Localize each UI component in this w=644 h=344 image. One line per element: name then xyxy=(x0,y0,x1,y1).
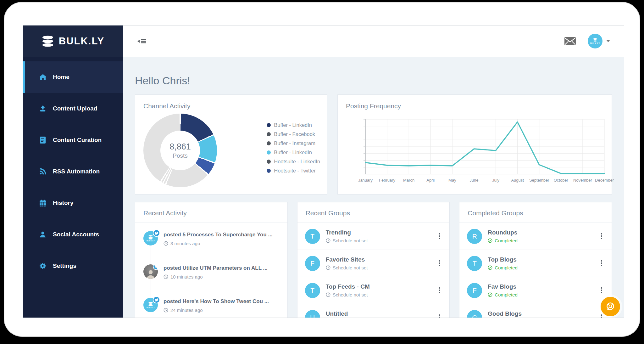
mail-icon[interactable] xyxy=(564,37,576,45)
legend-item[interactable]: Buffer - Instagram xyxy=(267,139,320,148)
group-info: Favorite Sites Schedule not set xyxy=(326,256,368,270)
sidebar-item-label: Content Curation xyxy=(53,137,102,144)
sidebar-item-label: History xyxy=(53,200,73,206)
legend-item[interactable]: Buffer - LinkedIn xyxy=(267,121,320,130)
group-info: Top Feeds - CM Schedule not set xyxy=(326,283,370,297)
clock-icon xyxy=(326,292,330,297)
activity-item: posted Utilize UTM Parameters on ALL ...… xyxy=(143,264,287,279)
card-title: Channel Activity xyxy=(135,95,327,110)
sidebar-item-home[interactable]: Home xyxy=(23,61,123,93)
group-row[interactable]: T Trending Schedule not set xyxy=(297,223,450,250)
sidebar-item-social-accounts[interactable]: Social Accounts xyxy=(23,219,123,250)
channel-activity-body: 8,861 Posts Buffer - LinkedIn Buffer - F… xyxy=(135,110,327,187)
page-title: Hello Chris! xyxy=(135,75,612,87)
group-initial-avatar: T xyxy=(305,283,320,298)
avatar: BULK.LY xyxy=(143,298,158,312)
posting-frequency-card: Posting Frequency JanuaryFebruaryMarchAp… xyxy=(337,94,612,195)
avatar-label: BULK.LY xyxy=(590,42,600,44)
group-status: Completed xyxy=(488,292,518,297)
clock-icon xyxy=(326,238,330,243)
calendar-icon xyxy=(39,199,47,207)
avatar-label: BULK.LY xyxy=(147,240,155,242)
group-status-text: Completed xyxy=(495,238,518,243)
group-row[interactable]: R Roundups Completed xyxy=(459,223,612,250)
help-button[interactable] xyxy=(601,297,620,316)
group-info: Top Blogs Completed xyxy=(488,256,518,270)
group-name: Untitled xyxy=(326,310,348,317)
month-label: September xyxy=(529,178,549,183)
group-info: Fav Blogs Completed xyxy=(488,283,518,297)
group-name: Trending xyxy=(326,229,351,236)
donut-total-value: 8,861 xyxy=(169,142,191,152)
top-cards-row: Channel Activity 8,861 Posts Buffer - Li… xyxy=(135,94,612,195)
user-menu[interactable]: BULK.LY xyxy=(588,34,610,48)
sidebar-collapse-icon[interactable] xyxy=(137,38,147,45)
activity-link[interactable]: posted 5 Processes To Supercharge You ..… xyxy=(164,232,273,238)
legend-label: Buffer - LinkedIn xyxy=(274,122,312,128)
activity-link[interactable]: posted Utilize UTM Parameters on ALL ... xyxy=(164,265,268,271)
sidebar-item-content-upload[interactable]: Content Upload xyxy=(23,93,123,124)
sidebar-item-rss-automation[interactable]: RSS Automation xyxy=(23,156,123,187)
activity-link[interactable]: posted Here's How To Show Tweet Cou ... xyxy=(164,298,269,305)
month-label: December xyxy=(595,178,614,183)
upload-icon xyxy=(39,105,47,112)
donut-chart: 8,861 Posts xyxy=(143,114,217,187)
month-label: October xyxy=(554,178,569,183)
legend-item[interactable]: Hootsuite - Twitter xyxy=(267,166,320,175)
posting-frequency-chart: JanuaryFebruaryMarchAprilMayJuneJulyAugu… xyxy=(361,117,613,185)
sidebar-nav: Home Content Upload Content Curation RSS… xyxy=(23,57,123,282)
group-list: T Trending Schedule not set F Favorite S… xyxy=(297,223,450,318)
activity-item: BULK.LY posted 5 Processes To Supercharg… xyxy=(143,231,287,246)
more-options-icon[interactable] xyxy=(437,285,442,296)
more-options-icon[interactable] xyxy=(437,313,442,318)
group-name: Good Blogs xyxy=(488,310,522,317)
more-options-icon[interactable] xyxy=(437,258,442,268)
legend-item[interactable]: Hootsuite - LinkedIn xyxy=(267,157,320,166)
logo: BULK.LY xyxy=(23,25,123,57)
group-status-text: Schedule not set xyxy=(333,238,368,243)
legend-label: Buffer - Instagram xyxy=(274,140,315,146)
main-column: BULK.LY Hello Chris! Channel Activity 8, xyxy=(123,25,624,318)
legend-item[interactable]: Buffer - LinkedIn xyxy=(267,148,320,157)
card-title: Completed Groups xyxy=(459,202,612,223)
group-initial-avatar: R xyxy=(467,229,482,244)
more-options-icon[interactable] xyxy=(437,231,442,241)
card-title: Posting Frequency xyxy=(338,95,612,110)
more-options-icon[interactable] xyxy=(599,231,604,241)
group-status: Schedule not set xyxy=(326,292,370,297)
group-row[interactable]: G Good Blogs Completed xyxy=(459,304,612,318)
group-row[interactable]: F Favorite Sites Schedule not set xyxy=(297,250,450,277)
month-label: January xyxy=(358,178,373,183)
sidebar-item-settings[interactable]: Settings xyxy=(23,250,123,282)
legend-item[interactable]: Buffer - Facebook xyxy=(267,130,320,139)
topbar-actions: BULK.LY xyxy=(564,34,610,48)
group-row[interactable]: U Untitled Schedule not set xyxy=(297,304,450,318)
legend-dot xyxy=(267,132,271,136)
sidebar-item-history[interactable]: History xyxy=(23,187,123,219)
database-logo-icon xyxy=(42,36,54,47)
group-status-text: Schedule not set xyxy=(333,292,368,297)
check-circle-icon xyxy=(488,265,492,270)
activity-item: BULK.LY posted Here's How To Show Tweet … xyxy=(143,298,287,313)
group-name: Roundups xyxy=(488,229,517,236)
group-row[interactable]: T Top Blogs Completed xyxy=(459,250,612,277)
donut-center: 8,861 Posts xyxy=(160,131,200,170)
recent-groups-card: Recent Groups T Trending Schedule not se… xyxy=(297,202,450,318)
activity-body: posted Utilize UTM Parameters on ALL ...… xyxy=(164,264,268,279)
check-circle-icon xyxy=(488,292,492,297)
legend-label: Hootsuite - LinkedIn xyxy=(274,159,320,165)
legend-dot xyxy=(267,141,271,145)
legend-label: Buffer - LinkedIn xyxy=(274,149,312,155)
activity-time-text: 10 minutes ago xyxy=(170,274,203,279)
completed-groups-card: Completed Groups R Roundups Completed T xyxy=(459,202,612,318)
legend-dot xyxy=(267,150,271,155)
group-row[interactable]: F Fav Blogs Completed xyxy=(459,277,612,304)
group-row[interactable]: T Top Feeds - CM Schedule not set xyxy=(297,277,450,304)
card-title: Recent Activity xyxy=(135,202,287,223)
more-options-icon[interactable] xyxy=(599,258,604,268)
more-options-icon[interactable] xyxy=(599,285,604,296)
activity-time: 24 minutes ago xyxy=(164,307,269,313)
sidebar-item-content-curation[interactable]: Content Curation xyxy=(23,124,123,156)
chart-legend: Buffer - LinkedIn Buffer - Facebook Buff… xyxy=(267,121,320,187)
recent-activity-card: Recent Activity BULK.LY posted 5 Process… xyxy=(135,202,288,318)
